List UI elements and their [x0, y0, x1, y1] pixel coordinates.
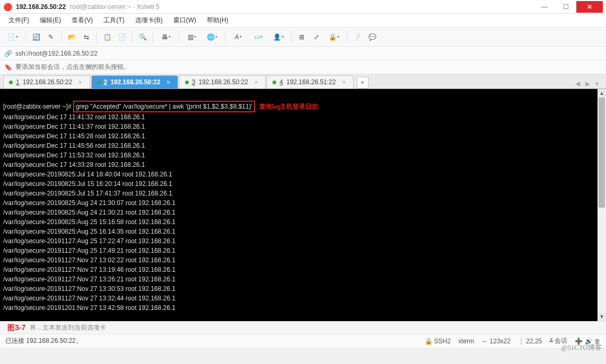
clear-button[interactable]: ⊞ — [295, 30, 309, 44]
annotation-label: 查询log主机登录日志 — [259, 103, 318, 110]
close-button[interactable]: ✕ — [576, 1, 603, 13]
status-connection: 已连接 192.168.26.50:22。 — [5, 336, 82, 345]
status-term: xterm — [458, 338, 474, 345]
tab-number: 3 — [192, 78, 196, 86]
lock-icon: 🔒 — [329, 33, 337, 41]
layout-button[interactable]: ▥ — [182, 30, 201, 44]
compose-placeholder: 将…文本发送到当前选项卡 — [30, 323, 106, 332]
font-icon: A — [234, 33, 239, 41]
status-dot-icon — [9, 81, 13, 84]
status-ssh: SSH2 — [434, 338, 451, 345]
menu-tools[interactable]: 工具(T) — [99, 15, 128, 26]
transfer-button[interactable]: ⇆ — [80, 30, 93, 44]
font-button[interactable]: A — [229, 30, 248, 44]
session-tab-3[interactable]: 3192.168.26.50:22× — [179, 75, 266, 88]
add-tab-button[interactable]: + — [357, 77, 368, 88]
globe-button[interactable]: 🌐 — [203, 30, 222, 44]
tab-number: 4 — [279, 78, 283, 86]
app-icon: 🔴 — [3, 3, 12, 11]
tab-menu-button[interactable]: ▾ — [593, 79, 601, 88]
new-icon: 📄 — [7, 33, 15, 41]
status-dot-icon — [273, 81, 276, 84]
scroll-down-button[interactable]: ▼ — [598, 313, 606, 321]
search-button[interactable]: 🔍 — [136, 30, 150, 44]
toolbar: 📄 🔄 ✎ 📂 ⇆ 📋 📄 🔍 🖶 ▥ 🌐 A ▭ 👤 ⊞ ⤢ 🔒 ❔ 💬 — [0, 28, 606, 47]
paste-button[interactable]: 📄 — [115, 30, 129, 44]
transfer-icon: ⇆ — [84, 33, 89, 41]
status-pos: 22,25 — [526, 338, 542, 345]
globe-icon: 🌐 — [207, 33, 215, 41]
fullscreen-button[interactable]: ⤢ — [310, 30, 323, 44]
separator — [61, 31, 62, 43]
print-button[interactable]: 🖶 — [156, 30, 175, 44]
tab-close-icon[interactable]: × — [78, 79, 82, 85]
tab-prev-button[interactable]: ◀ — [573, 79, 582, 88]
tab-label: 192.168.26.50:22 — [110, 78, 160, 86]
menu-view[interactable]: 查看(V) — [67, 15, 97, 26]
color-button[interactable]: ▭ — [249, 30, 268, 44]
new-session-button[interactable]: 📄 — [3, 30, 22, 44]
separator — [132, 31, 133, 43]
separator — [291, 31, 292, 43]
session-tab-2[interactable]: 2192.168.26.50:22× — [91, 75, 178, 88]
disconnect-icon: ✎ — [48, 33, 54, 41]
separator — [25, 31, 26, 43]
scroll-track[interactable] — [598, 208, 606, 313]
tab-close-icon[interactable]: × — [254, 79, 258, 85]
window-subtitle: root@zabbix-server:~ - Xshell 5 — [70, 3, 160, 11]
watermark: @51CTO博客 — [561, 343, 602, 352]
compose-bar[interactable]: 图3-7 将…文本发送到当前选项卡 — [0, 321, 606, 334]
separator — [225, 31, 225, 43]
tab-next-button[interactable]: ▶ — [583, 79, 592, 88]
status-dot-icon — [97, 81, 101, 84]
address-text[interactable]: ssh://root@192.168.26.50:22 — [15, 50, 98, 57]
print-icon: 🖶 — [162, 33, 168, 41]
tab-close-icon[interactable]: × — [342, 79, 345, 85]
help-button[interactable]: ❔ — [350, 30, 364, 44]
address-bar: 🔗 ssh://root@192.168.26.50:22 — [0, 47, 606, 60]
tab-label: 192.168.26.50:22 — [198, 78, 248, 86]
window-title: 192.168.26.50:22 — [16, 3, 66, 11]
hint-text: 要添加当前会话，点击左侧的箭头按钮。 — [15, 63, 130, 72]
scroll-up-button[interactable]: ▲ — [598, 89, 606, 97]
status-size: 123x22 — [490, 338, 511, 345]
menu-file[interactable]: 文件(F) — [4, 15, 33, 26]
disconnect-button[interactable]: ✎ — [44, 30, 58, 44]
window-buttons: — ☐ ✕ — [534, 1, 603, 13]
bookmark-icon[interactable]: 🔖 — [4, 64, 12, 71]
status-bar: 已连接 192.168.26.50:22。 🔒 SSH2 xterm ↔ 123… — [0, 334, 606, 348]
layout-icon: ▥ — [188, 33, 194, 41]
menu-help[interactable]: 帮助(H) — [203, 15, 233, 26]
figure-label: 图3-7 — [7, 323, 25, 333]
command-box: grep "Accepted" /var/log/secure* | awk '… — [73, 101, 255, 112]
menu-tabs[interactable]: 选项卡(B) — [131, 15, 167, 26]
status-dot-icon — [185, 81, 189, 84]
fullscreen-icon: ⤢ — [314, 33, 319, 41]
tabs-bar: 1192.168.26.50:22×2192.168.26.50:22×3192… — [0, 74, 606, 89]
tab-label: 192.168.26.50:22 — [23, 78, 72, 86]
size-icon: ↔ — [481, 338, 488, 345]
user-button[interactable]: 👤 — [269, 30, 288, 44]
scroll-thumb[interactable] — [599, 97, 605, 208]
open-button[interactable]: 📂 — [65, 30, 78, 44]
feedback-button[interactable]: 💬 — [365, 30, 379, 44]
copy-button[interactable]: 📋 — [100, 30, 114, 44]
separator — [179, 31, 179, 43]
clear-icon: ⊞ — [299, 33, 304, 41]
user-icon: 👤 — [273, 33, 281, 41]
menu-edit[interactable]: 编辑(E) — [36, 15, 65, 26]
ssh-lock-icon: 🔒 — [425, 338, 433, 345]
hint-bar: 🔖 要添加当前会话，点击左侧的箭头按钮。 — [0, 60, 606, 74]
menu-bar: 文件(F) 编辑(E) 查看(V) 工具(T) 选项卡(B) 窗口(W) 帮助(… — [0, 14, 606, 28]
session-tab-1[interactable]: 1192.168.26.50:22× — [3, 75, 90, 88]
terminal[interactable]: [root@zabbix-server ~]# grep "Accepted" … — [0, 89, 606, 321]
menu-window[interactable]: 窗口(W) — [169, 15, 200, 26]
session-tab-4[interactable]: 4192.168.26.51:22× — [267, 75, 354, 88]
terminal-scrollbar[interactable]: ▲ ▼ — [598, 89, 606, 321]
reconnect-button[interactable]: 🔄 — [29, 30, 43, 44]
maximize-button[interactable]: ☐ — [555, 1, 576, 13]
minimize-button[interactable]: — — [534, 1, 555, 13]
title-bar: 🔴 192.168.26.50:22 root@zabbix-server:~ … — [0, 0, 606, 14]
lock-button[interactable]: 🔒 — [324, 30, 344, 44]
tab-close-icon[interactable]: × — [166, 79, 170, 85]
